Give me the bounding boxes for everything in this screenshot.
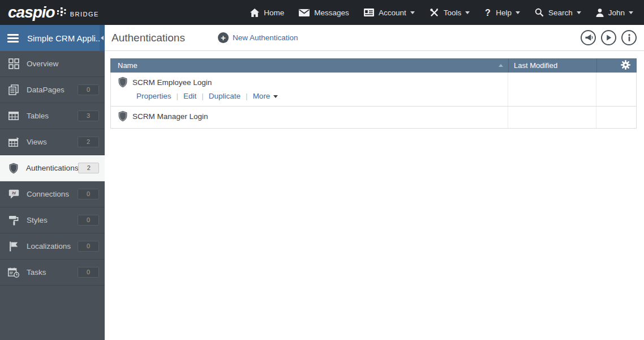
info-button[interactable] [621,30,637,45]
localizations-icon [7,241,20,252]
search-icon [535,8,544,17]
shield-icon [118,76,128,88]
authentications-table: Name Last Modified [110,58,637,129]
nav-item-label: Account [379,8,406,17]
cell-actions-spacer [596,73,636,106]
sidebar-item-localizations[interactable]: Localizations0 [0,233,105,260]
sidebar-item-authentications[interactable]: Authentications2 [0,155,105,181]
table-settings-button[interactable] [596,58,637,73]
action-label: Edit [183,92,196,100]
auth-name-line: SCRM Employee Login [118,76,508,88]
styles-icon [7,215,20,226]
sidebar-item-tasks[interactable]: Tasks0 [0,260,105,286]
sort-ascending-icon [499,64,503,67]
sidebar-item-styles[interactable]: Styles0 [0,207,105,233]
sidebar-item-label: DataPages [27,86,78,94]
action-separator: | [177,92,179,100]
tasks-icon [7,267,20,278]
gear-icon [621,60,630,71]
page-title: Authentications [111,32,185,44]
sidebar-items: OverviewDataPages0Tables3Views2Authentic… [0,51,105,286]
megaphone-button[interactable] [581,30,596,45]
nav-item-search[interactable]: Search [527,0,589,25]
top-nav: HomeMessagesAccountTools?HelpSearchJohn [243,0,644,25]
count-badge: 0 [78,84,99,95]
megaphone-icon [584,34,593,41]
home-icon [250,8,259,17]
nav-item-label: Home [264,8,284,17]
help-icon: ? [484,8,491,17]
auth-name: SCRM Manager Login [132,112,208,121]
bridge-logo-text: BRIDGE [70,11,99,18]
shield-icon [7,163,20,174]
count-badge: 3 [78,110,99,121]
action-edit[interactable]: Edit [183,92,196,100]
new-authentication-button[interactable]: + New Authentication [218,32,298,43]
sidebar-collapse-handle[interactable] [100,25,105,51]
play-button[interactable] [601,30,616,45]
chevron-down-icon [577,11,581,14]
caspio-logo[interactable]: caspio BRIDGE [0,4,99,21]
column-header-name-label: Name [118,61,138,70]
tables-icon [7,112,20,120]
sidebar-item-views[interactable]: Views2 [0,129,105,155]
sidebar-item-label: Tasks [27,268,78,277]
views-icon [7,138,20,147]
table-body: SCRM Employee LoginProperties|Edit|Dupli… [110,73,637,129]
nav-item-account[interactable]: Account [357,0,422,25]
column-header-name[interactable]: Name [110,58,508,73]
sidebar-item-label: Connections [27,190,78,198]
column-header-last-modified[interactable]: Last Modified [508,58,596,73]
cell-name: SCRM Manager Login [111,107,508,128]
chevron-down-icon [410,11,415,14]
app-title[interactable]: Simple CRM Appli... [27,33,100,43]
nav-item-label: Help [496,8,512,17]
nav-item-messages[interactable]: Messages [291,0,357,25]
table-header-row: Name Last Modified [110,58,637,73]
cell-name: SCRM Employee LoginProperties|Edit|Dupli… [111,73,508,106]
datapages-icon [7,84,20,95]
hamburger-menu-icon[interactable] [7,34,19,42]
row-actions: Properties|Edit|Duplicate|More [136,90,508,101]
nav-item-home[interactable]: Home [243,0,291,25]
svg-text:?: ? [485,8,491,17]
page-header-icons [581,30,637,45]
nav-item-john[interactable]: John [589,0,641,25]
sidebar-item-tables[interactable]: Tables3 [0,103,105,129]
top-bar: caspio BRIDGE HomeMessagesAccountTools?H… [0,0,644,25]
action-more[interactable]: More [253,92,278,100]
sidebar-item-connections[interactable]: hiConnections0 [0,181,105,207]
chevron-down-icon [629,11,633,14]
nav-item-help[interactable]: ?Help [477,0,527,25]
action-label: Properties [136,92,171,100]
count-badge: 0 [78,189,99,199]
cell-last-modified [508,73,596,106]
caspio-logo-mark-icon [57,5,67,21]
messages-icon [299,9,310,16]
sidebar-header: Simple CRM Appli... [0,25,105,51]
sidebar-item-label: Authentications [26,164,78,172]
sidebar-item-label: Styles [27,216,78,224]
sidebar-item-overview[interactable]: Overview [0,51,105,77]
sidebar-item-label: Localizations [27,242,78,250]
sidebar-item-label: Tables [27,112,78,120]
table-row[interactable]: SCRM Manager Login [111,107,636,128]
nav-item-label: Search [548,8,573,17]
sidebar: Simple CRM Appli... OverviewDataPages0Ta… [0,25,105,340]
new-authentication-label: New Authentication [233,33,298,42]
column-header-last-modified-label: Last Modified [514,61,557,70]
table-row[interactable]: SCRM Employee LoginProperties|Edit|Dupli… [111,73,636,107]
count-badge: 0 [78,267,99,278]
chevron-down-icon [516,11,520,14]
nav-item-label: Tools [444,8,462,17]
nav-item-tools[interactable]: Tools [422,0,478,25]
sidebar-item-datapages[interactable]: DataPages0 [0,77,105,103]
plus-circle-icon: + [218,32,229,43]
nav-item-label: John [608,8,625,17]
count-badge: 0 [78,241,99,252]
action-duplicate[interactable]: Duplicate [209,92,241,100]
action-properties[interactable]: Properties [136,92,171,100]
auth-name: SCRM Employee Login [132,78,212,87]
count-badge: 0 [78,215,99,226]
count-badge: 2 [78,163,99,173]
